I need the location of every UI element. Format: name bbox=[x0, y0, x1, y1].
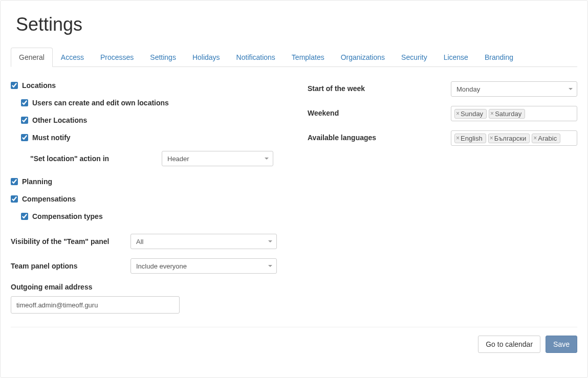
tab-branding[interactable]: Branding bbox=[476, 48, 521, 67]
language-tag: × Arabic bbox=[532, 134, 560, 143]
go-to-calendar-button[interactable]: Go to calendar bbox=[478, 336, 540, 353]
remove-tag-icon[interactable]: × bbox=[490, 110, 494, 117]
set-location-action-select[interactable]: Header bbox=[162, 151, 273, 166]
users-edit-locations-label: Users can create and edit own locations bbox=[32, 99, 169, 107]
planning-checkbox[interactable] bbox=[11, 178, 18, 185]
compensation-types-checkbox[interactable] bbox=[21, 213, 28, 220]
visibility-team-panel-select[interactable]: All bbox=[130, 234, 277, 249]
set-location-action-value: Header bbox=[167, 155, 189, 163]
start-week-label: Start of the week bbox=[308, 81, 451, 93]
compensations-checkbox[interactable] bbox=[11, 195, 18, 203]
languages-label: Available languages bbox=[308, 130, 451, 142]
right-column: Start of the week Monday Weekend × Sunda… bbox=[308, 81, 577, 319]
tabs: General Access Processes Settings Holida… bbox=[11, 48, 577, 67]
tab-license[interactable]: License bbox=[435, 48, 476, 67]
remove-tag-icon[interactable]: × bbox=[456, 135, 460, 141]
language-tag: × English bbox=[454, 134, 486, 143]
other-locations-label: Other Locations bbox=[32, 116, 87, 124]
locations-label: Locations bbox=[22, 81, 56, 90]
set-location-action-label: "Set location" action in bbox=[30, 154, 156, 163]
team-panel-options-select[interactable]: Include everyone bbox=[130, 258, 277, 274]
tag-text: Arabic bbox=[538, 135, 557, 142]
locations-checkbox[interactable] bbox=[11, 82, 18, 89]
users-edit-locations-checkbox[interactable] bbox=[21, 99, 28, 106]
weekend-tag-input[interactable]: × Sunday × Saturday bbox=[451, 106, 577, 121]
remove-tag-icon[interactable]: × bbox=[533, 135, 537, 141]
caret-down-icon bbox=[569, 88, 573, 90]
outgoing-email-input[interactable] bbox=[11, 296, 180, 314]
remove-tag-icon[interactable]: × bbox=[490, 135, 493, 141]
content: Locations Users can create and edit own … bbox=[11, 81, 577, 319]
caret-down-icon bbox=[265, 158, 269, 160]
tag-text: Saturday bbox=[495, 110, 521, 118]
languages-tag-input[interactable]: × English × Български × Arabic bbox=[451, 130, 577, 146]
outgoing-email-label: Outgoing email address bbox=[11, 283, 287, 291]
footer: Go to calendar Save bbox=[11, 327, 577, 353]
must-notify-checkbox[interactable] bbox=[21, 134, 28, 141]
tab-holidays[interactable]: Holidays bbox=[184, 48, 228, 67]
start-week-select[interactable]: Monday bbox=[451, 81, 577, 97]
tab-processes[interactable]: Processes bbox=[92, 48, 142, 67]
save-button[interactable]: Save bbox=[546, 336, 577, 353]
tab-organizations[interactable]: Organizations bbox=[333, 48, 393, 67]
tab-settings[interactable]: Settings bbox=[142, 48, 184, 67]
settings-page: Settings General Access Processes Settin… bbox=[0, 0, 588, 378]
page-title: Settings bbox=[16, 14, 577, 35]
left-column: Locations Users can create and edit own … bbox=[11, 81, 287, 319]
compensation-types-label: Compensation types bbox=[32, 212, 103, 220]
tab-templates[interactable]: Templates bbox=[284, 48, 333, 67]
compensations-label: Compensations bbox=[22, 195, 76, 203]
weekend-label: Weekend bbox=[308, 106, 451, 117]
tag-text: Български bbox=[494, 135, 527, 142]
remove-tag-icon[interactable]: × bbox=[456, 110, 460, 117]
tab-notifications[interactable]: Notifications bbox=[228, 48, 284, 67]
tab-security[interactable]: Security bbox=[393, 48, 435, 67]
weekend-tag: × Sunday bbox=[454, 109, 487, 119]
tab-general[interactable]: General bbox=[11, 48, 53, 67]
start-week-value: Monday bbox=[456, 85, 480, 93]
tag-text: Sunday bbox=[461, 110, 483, 118]
visibility-team-panel-label: Visibility of the "Team" panel bbox=[11, 237, 124, 246]
must-notify-label: Must notify bbox=[32, 134, 71, 142]
planning-label: Planning bbox=[22, 177, 52, 186]
tab-access[interactable]: Access bbox=[53, 48, 92, 67]
team-panel-options-value: Include everyone bbox=[136, 262, 187, 270]
language-tag: × Български bbox=[488, 134, 530, 143]
caret-down-icon bbox=[268, 240, 272, 242]
caret-down-icon bbox=[268, 265, 272, 267]
visibility-team-panel-value: All bbox=[136, 238, 143, 246]
tag-text: English bbox=[461, 135, 483, 142]
team-panel-options-label: Team panel options bbox=[11, 262, 124, 270]
other-locations-checkbox[interactable] bbox=[21, 117, 28, 124]
weekend-tag: × Saturday bbox=[489, 109, 525, 119]
